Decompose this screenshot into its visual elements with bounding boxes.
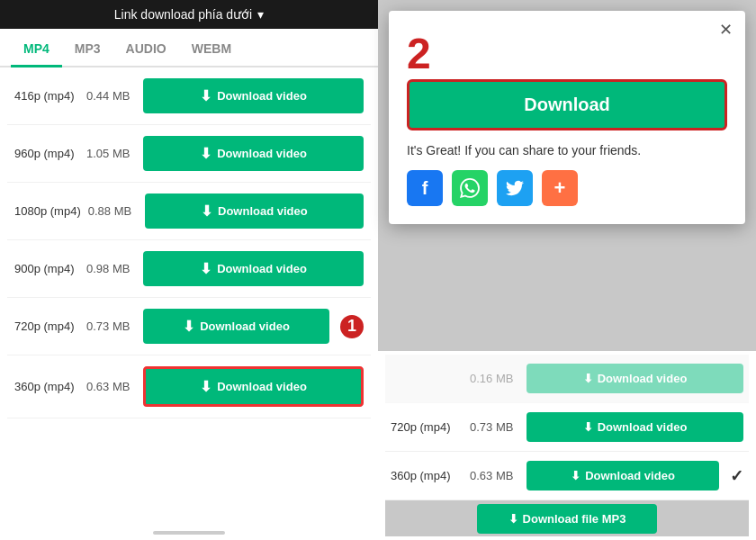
row-label: 416p (mp4) — [14, 89, 79, 103]
right-list: 0.16 MB ⬇ Download video 720p (mp4) 0.73… — [378, 351, 756, 540]
row-size: 1.05 MB — [86, 147, 136, 160]
btn-label: Download video — [598, 420, 688, 434]
tab-audio[interactable]: AUDIO — [113, 32, 179, 68]
download-icon: ⬇ — [200, 378, 212, 395]
row-label: 960p (mp4) — [14, 147, 79, 160]
row-label: 360p (mp4) — [391, 469, 463, 482]
download-modal: ✕ 2 Download It's Great! If you can shar… — [389, 11, 745, 224]
modal-download-button[interactable]: Download — [407, 79, 727, 130]
download-360p-right-button[interactable]: ⬇ Download video — [526, 461, 719, 490]
row-size: 0.73 MB — [86, 320, 136, 333]
btn-label: Download video — [217, 89, 307, 103]
table-row: 416p (mp4) 0.44 MB ⬇ Download video — [7, 68, 371, 125]
table-row: 720p (mp4) 0.73 MB ⬇ Download video — [385, 403, 749, 452]
more-share-button[interactable]: + — [542, 170, 578, 206]
topbar-label: Link download phía dưới — [114, 7, 252, 22]
topbar-arrow: ▾ — [257, 7, 264, 22]
check-icon: ✓ — [730, 466, 743, 486]
download-icon: ⬇ — [200, 87, 212, 104]
btn-label: Download file MP3 — [523, 512, 626, 526]
download-mp3-button[interactable]: ⬇ Download file MP3 — [477, 504, 657, 534]
top-bar: Link download phía dưới ▾ — [0, 0, 378, 29]
btn-label: Download video — [200, 320, 290, 333]
tab-mp3[interactable]: MP3 — [62, 32, 113, 68]
whatsapp-share-button[interactable] — [452, 170, 488, 206]
download-list: 416p (mp4) 0.44 MB ⬇ Download video 960p… — [0, 68, 378, 526]
row-size: 0.73 MB — [470, 420, 519, 434]
download-720p-button[interactable]: ⬇ Download video — [143, 309, 329, 344]
social-share-icons: f + — [407, 170, 727, 206]
row-size: 0.98 MB — [86, 262, 136, 275]
btn-label: Download video — [218, 204, 308, 218]
download-icon: ⬇ — [201, 202, 212, 220]
download-416p-button[interactable]: ⬇ Download video — [143, 78, 364, 113]
download-icon: ⬇ — [583, 372, 593, 385]
row-size: 0.88 MB — [88, 204, 138, 218]
btn-label: Download video — [585, 469, 675, 482]
download-button[interactable]: ⬇ Download video — [526, 364, 743, 393]
row-size: 0.16 MB — [470, 372, 519, 385]
tabs: MP4 MP3 AUDIO WEBM — [0, 32, 378, 68]
step-1-badge: 1 — [340, 315, 364, 338]
btn-label: Download video — [217, 380, 307, 393]
download-icon: ⬇ — [200, 145, 212, 162]
download-icon: ⬇ — [508, 512, 518, 526]
left-panel: Link download phía dưới ▾ MP4 MP3 AUDIO … — [0, 0, 378, 540]
btn-label: Download video — [217, 147, 307, 160]
btn-label: Download video — [217, 262, 307, 275]
twitter-share-button[interactable] — [497, 170, 533, 206]
download-900p-button[interactable]: ⬇ Download video — [143, 251, 364, 286]
download-720p-right-button[interactable]: ⬇ Download video — [526, 412, 743, 442]
facebook-share-button[interactable]: f — [407, 170, 443, 206]
step-2-label: 2 — [407, 32, 727, 76]
download-icon: ⬇ — [200, 260, 212, 277]
table-row: 900p (mp4) 0.98 MB ⬇ Download video — [7, 240, 371, 298]
footer-bar: ⬇ Download file MP3 — [385, 500, 749, 536]
download-icon: ⬇ — [183, 318, 194, 335]
row-size: 0.44 MB — [86, 89, 136, 103]
table-row: 360p (mp4) 0.63 MB ⬇ Download video — [7, 356, 371, 418]
right-panel: ✕ 2 Download It's Great! If you can shar… — [378, 0, 756, 540]
modal-close-button[interactable]: ✕ — [719, 20, 733, 40]
table-row: 360p (mp4) 0.63 MB ⬇ Download video ✓ — [385, 452, 749, 500]
download-360p-button[interactable]: ⬇ Download video — [143, 366, 364, 407]
table-row: 0.16 MB ⬇ Download video — [385, 355, 749, 403]
row-label: 900p (mp4) — [14, 262, 79, 275]
download-960p-button[interactable]: ⬇ Download video — [143, 136, 364, 171]
table-row: 1080p (mp4) 0.88 MB ⬇ Download video — [7, 183, 371, 240]
table-row: 720p (mp4) 0.73 MB ⬇ Download video 1 — [7, 298, 371, 356]
btn-label: Download video — [598, 372, 688, 385]
row-label: 360p (mp4) — [14, 380, 79, 393]
row-label: 720p (mp4) — [391, 420, 463, 434]
modal-share-text: It's Great! If you can share to your fri… — [407, 143, 727, 158]
download-1080p-button[interactable]: ⬇ Download video — [145, 194, 364, 229]
download-icon: ⬇ — [583, 420, 593, 434]
row-label: 720p (mp4) — [14, 320, 79, 333]
tab-webm[interactable]: WEBM — [179, 32, 244, 68]
scroll-indicator — [153, 531, 225, 535]
row-label: 1080p (mp4) — [14, 204, 81, 218]
row-size: 0.63 MB — [86, 380, 136, 393]
tab-mp4[interactable]: MP4 — [11, 32, 62, 68]
download-icon: ⬇ — [571, 469, 580, 482]
row-size: 0.63 MB — [470, 469, 519, 482]
table-row: 960p (mp4) 1.05 MB ⬇ Download video — [7, 125, 371, 183]
